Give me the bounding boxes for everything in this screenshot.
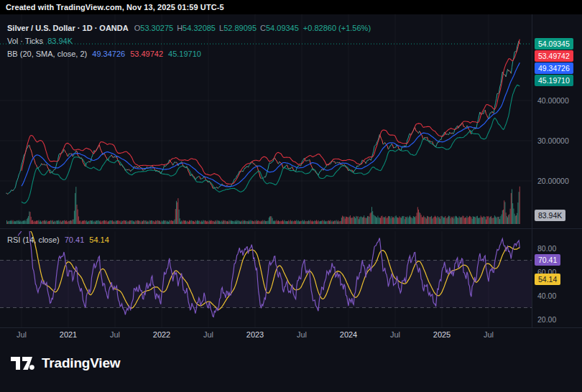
tradingview-logo[interactable]: TradingView bbox=[10, 353, 120, 373]
logo-text: TradingView bbox=[42, 355, 120, 371]
volume-legend-label: Vol · Ticks bbox=[7, 37, 43, 45]
price-axis-label: 20.00000 bbox=[537, 176, 569, 186]
time-axis-label: Jul bbox=[110, 330, 120, 339]
bb-lower-badge: 45.19710 bbox=[535, 75, 573, 86]
rsi-axis-label: 40.00 bbox=[537, 291, 556, 301]
bb-legend-label: BB (20, SMA, close, 2) bbox=[7, 50, 87, 58]
time-axis-label: Jul bbox=[203, 330, 213, 339]
rsi-ma-badge: 54.14 bbox=[535, 274, 560, 285]
attribution-text: Created with TradingView.com, Nov 13, 20… bbox=[6, 3, 224, 11]
bb-upper-value: 53.49742 bbox=[130, 50, 163, 58]
time-axis-label: Jul bbox=[484, 330, 494, 339]
tradingview-snapshot: Created with TradingView.com, Nov 13, 20… bbox=[0, 0, 582, 392]
symbol-legend[interactable]: Silver / U.S. Dollar · 1D · OANDAO53.302… bbox=[7, 24, 371, 32]
volume-badge: 83.94K bbox=[535, 210, 565, 221]
time-axis-label: 2025 bbox=[433, 330, 451, 339]
volume-legend[interactable]: Vol · Ticks83.94K bbox=[7, 37, 73, 45]
close-label: C bbox=[260, 24, 266, 32]
attribution-bar: Created with TradingView.com, Nov 13, 20… bbox=[0, 0, 582, 14]
time-axis-label: Jul bbox=[297, 330, 307, 339]
price-chart-svg bbox=[0, 14, 532, 228]
low-value: 52.89095 bbox=[223, 24, 257, 32]
high-value: 54.32085 bbox=[183, 24, 216, 32]
symbol-title[interactable]: Silver / U.S. Dollar · 1D · OANDA bbox=[7, 24, 129, 32]
rsi-value-badge: 70.41 bbox=[535, 254, 560, 266]
rsi-axis-label: 20.00 bbox=[537, 314, 556, 325]
bb-lower-value: 45.19710 bbox=[168, 50, 201, 58]
bb-basis-value: 49.34726 bbox=[92, 50, 125, 58]
bb-legend[interactable]: BB (20, SMA, close, 2)49.3472653.4974245… bbox=[7, 50, 201, 58]
rsi-ma-legend-value: 54.14 bbox=[89, 235, 109, 244]
price-axis-label: 40.00000 bbox=[537, 95, 569, 106]
time-axis-label: 2022 bbox=[153, 330, 170, 339]
rsi-legend-label: RSI (14, close) bbox=[7, 235, 60, 244]
time-axis[interactable]: Jul2021Jul2022Jul2023Jul2024Jul2025Jul bbox=[0, 328, 532, 342]
close-value: 54.09345 bbox=[266, 24, 299, 32]
rsi-chart-svg bbox=[0, 231, 532, 327]
rsi-legend[interactable]: RSI (14, close)70.4154.14 bbox=[7, 235, 109, 244]
bb-upper-badge: 53.49742 bbox=[535, 50, 573, 62]
time-axis-label: Jul bbox=[390, 330, 400, 339]
time-axis-label: 2023 bbox=[246, 330, 264, 339]
bb-basis-badge: 49.34726 bbox=[535, 62, 573, 74]
price-pane[interactable]: Silver / U.S. Dollar · 1D · OANDAO53.302… bbox=[0, 14, 532, 228]
rsi-axis-label: 80.00 bbox=[537, 243, 556, 253]
time-axis-label: Jul bbox=[17, 330, 27, 339]
price-axis[interactable]: 40.0000030.0000020.0000054.0934553.49742… bbox=[532, 14, 582, 328]
time-axis-label: 2024 bbox=[340, 330, 357, 339]
high-label: H bbox=[177, 24, 183, 32]
last-price-badge: 54.09345 bbox=[535, 38, 573, 50]
change-value: +0.82860 (+1.56%) bbox=[303, 24, 371, 32]
tradingview-mark-icon bbox=[10, 353, 35, 373]
rsi-legend-value: 70.41 bbox=[65, 235, 85, 244]
rsi-pane[interactable]: RSI (14, close)70.4154.14 bbox=[0, 231, 532, 327]
time-axis-label: 2021 bbox=[60, 330, 77, 339]
pane-separator[interactable] bbox=[0, 228, 582, 229]
price-axis-label: 30.00000 bbox=[537, 136, 569, 146]
open-value: 53.30275 bbox=[140, 24, 173, 32]
volume-legend-value: 83.94K bbox=[47, 37, 73, 45]
open-label: O bbox=[134, 24, 141, 32]
